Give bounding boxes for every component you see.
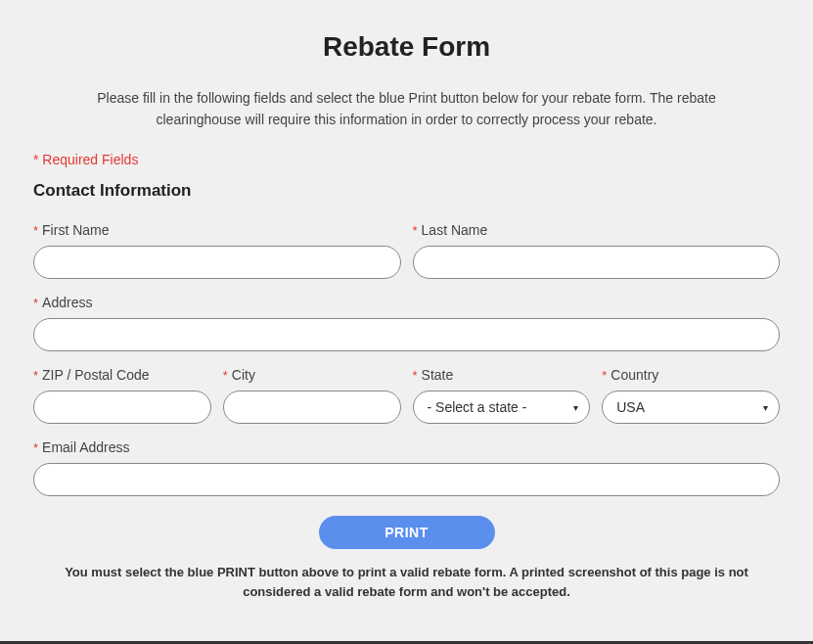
- required-fields-note: * Required Fields: [33, 152, 780, 167]
- required-asterisk: *: [223, 368, 228, 383]
- label-text: First Name: [42, 222, 109, 238]
- select-wrapper-state: - Select a state - ▾: [413, 391, 591, 424]
- row-address: * Address: [33, 295, 780, 351]
- select-state[interactable]: - Select a state -: [413, 391, 591, 424]
- field-country: * Country USA ▾: [602, 367, 780, 424]
- required-asterisk: *: [33, 368, 38, 383]
- field-last-name: * Last Name: [413, 222, 781, 279]
- label-text: City: [232, 367, 255, 383]
- label-first-name: * First Name: [33, 222, 401, 238]
- field-zip: * ZIP / Postal Code: [33, 367, 211, 424]
- label-last-name: * Last Name: [413, 222, 781, 238]
- select-wrapper-country: USA ▾: [602, 391, 780, 424]
- intro-text: Please fill in the following fields and …: [33, 88, 780, 130]
- input-last-name[interactable]: [413, 246, 781, 279]
- row-location: * ZIP / Postal Code * City * State - Sel…: [33, 367, 780, 424]
- field-city: * City: [223, 367, 401, 424]
- required-asterisk: *: [413, 223, 418, 238]
- footer-note: You must select the blue PRINT button ab…: [33, 563, 780, 601]
- print-button[interactable]: PRINT: [319, 516, 495, 549]
- section-title-contact: Contact Information: [33, 181, 780, 201]
- row-name: * First Name * Last Name: [33, 222, 780, 279]
- field-email: * Email Address: [33, 439, 780, 496]
- input-address[interactable]: [33, 318, 780, 351]
- input-zip[interactable]: [33, 391, 211, 424]
- select-country[interactable]: USA: [602, 391, 780, 424]
- required-asterisk: *: [33, 223, 38, 238]
- label-zip: * ZIP / Postal Code: [33, 367, 211, 383]
- label-address: * Address: [33, 295, 780, 310]
- label-text: ZIP / Postal Code: [42, 367, 149, 383]
- input-city[interactable]: [223, 391, 401, 424]
- label-state: * State: [413, 367, 591, 383]
- required-asterisk: *: [33, 296, 38, 310]
- label-text: State: [422, 367, 454, 383]
- required-asterisk: *: [33, 440, 38, 455]
- label-text: Last Name: [422, 222, 488, 238]
- page-title: Rebate Form: [33, 0, 780, 88]
- label-city: * City: [223, 367, 401, 383]
- field-state: * State - Select a state - ▾: [413, 367, 591, 424]
- label-text: Email Address: [42, 439, 129, 455]
- label-text: Country: [610, 367, 658, 383]
- row-email: * Email Address: [33, 439, 780, 496]
- label-country: * Country: [602, 367, 780, 383]
- field-first-name: * First Name: [33, 222, 401, 279]
- required-asterisk: *: [602, 368, 607, 383]
- field-address: * Address: [33, 295, 780, 351]
- input-email[interactable]: [33, 463, 780, 496]
- label-text: Address: [42, 295, 92, 310]
- input-first-name[interactable]: [33, 246, 401, 279]
- required-asterisk: *: [413, 368, 418, 383]
- rebate-form-page: Rebate Form Please fill in the following…: [0, 0, 813, 644]
- label-email: * Email Address: [33, 439, 780, 455]
